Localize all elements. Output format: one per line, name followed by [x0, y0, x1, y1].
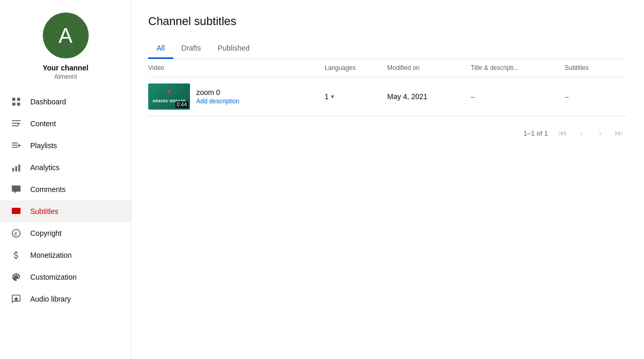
languages-dropdown-icon[interactable]: ▾ [331, 93, 334, 100]
pagination-first-button[interactable]: ⏮ [554, 125, 571, 141]
sidebar-item-label-analytics: Analytics [30, 163, 59, 172]
sidebar-item-label-playlists: Playlists [30, 141, 57, 150]
main-content: Channel subtitles All Drafts Published V… [132, 0, 644, 359]
svg-rect-9 [12, 145, 18, 146]
svg-rect-8 [12, 142, 18, 143]
sidebar-item-label-copyright: Copyright [30, 229, 62, 237]
channel-handle: Almenni [54, 73, 77, 80]
duration-badge: 0:44 [175, 101, 188, 108]
sidebar-item-customization[interactable]: Customization [0, 266, 131, 288]
svg-rect-1 [17, 98, 20, 101]
languages-cell: 1 ▾ [325, 92, 387, 101]
playlists-icon [10, 140, 22, 151]
svg-rect-5 [12, 123, 18, 124]
title-desc-cell: – [471, 92, 565, 101]
col-header-modified: Modified on [387, 64, 471, 71]
svg-rect-2 [13, 103, 16, 106]
pagination-count: 1–1 of 1 [523, 129, 548, 137]
sidebar-item-analytics[interactable]: Analytics [0, 157, 131, 178]
table-container: Video Languages Modified on Title & desc… [148, 59, 627, 116]
sidebar-item-subtitles[interactable]: Subtitles [0, 200, 131, 222]
pagination-last-button[interactable]: ⏭ [611, 125, 627, 141]
pagination-prev-button[interactable]: ‹ [573, 125, 590, 141]
svg-rect-12 [13, 168, 14, 172]
col-header-video: Video [148, 64, 325, 71]
tab-drafts[interactable]: Drafts [173, 39, 209, 59]
sidebar-item-label-comments: Comments [30, 185, 66, 194]
sidebar: A Your channel Almenni Dashboard Content… [0, 0, 132, 359]
analytics-icon [10, 162, 22, 173]
sidebar-item-copyright[interactable]: Copyright [0, 222, 131, 244]
pagination-next-button[interactable]: › [592, 125, 609, 141]
svg-rect-4 [12, 120, 21, 121]
video-title: zoom 0 [196, 88, 240, 97]
pagination: 1–1 of 1 ⏮ ‹ › ⏭ [148, 116, 627, 150]
table-header: Video Languages Modified on Title & desc… [148, 59, 627, 77]
svg-rect-14 [18, 164, 20, 171]
col-header-languages: Languages [325, 64, 387, 71]
add-description-link[interactable]: Add description [196, 98, 240, 105]
sidebar-item-playlists[interactable]: Playlists [0, 135, 131, 157]
sidebar-item-dashboard[interactable]: Dashboard [0, 91, 131, 113]
sidebar-item-label-dashboard: Dashboard [30, 98, 66, 106]
audio-library-icon [10, 293, 22, 305]
svg-marker-11 [18, 144, 21, 148]
sidebar-item-label-audio-library: Audio library [30, 295, 71, 303]
channel-name: Your channel [43, 64, 89, 72]
sidebar-item-label-subtitles: Subtitles [30, 207, 58, 216]
col-header-title-desc: Title & descripti... [471, 64, 565, 71]
tabs: All Drafts Published [148, 39, 627, 59]
svg-rect-3 [17, 103, 20, 106]
page-title: Channel subtitles [148, 15, 627, 28]
video-info: zoom 0 Add description [196, 88, 240, 105]
avatar: A [43, 13, 89, 58]
subtitles-cell: – [565, 92, 627, 101]
tab-all[interactable]: All [148, 39, 173, 59]
languages-count: 1 [325, 92, 329, 101]
sidebar-item-comments[interactable]: Comments [0, 178, 131, 200]
sidebar-item-content[interactable]: Content [0, 113, 131, 135]
video-thumbnail[interactable]: ♥ GRAVES' DISEASE 0:44 [148, 83, 190, 110]
customization-icon [10, 271, 22, 283]
monetization-icon [10, 249, 22, 261]
comments-icon [10, 184, 22, 195]
nav-list: Dashboard Content Playlists Analytics Co… [0, 91, 131, 310]
video-cell: ♥ GRAVES' DISEASE 0:44 zoom 0 Add descri… [148, 83, 325, 110]
col-header-subtitles: Subtitles [565, 64, 627, 71]
sidebar-item-audio-library[interactable]: Audio library [0, 288, 131, 310]
svg-rect-0 [13, 98, 16, 101]
sidebar-item-monetization[interactable]: Monetization [0, 244, 131, 266]
content-icon [10, 118, 22, 129]
table-row: ♥ GRAVES' DISEASE 0:44 zoom 0 Add descri… [148, 77, 627, 116]
modified-on-cell: May 4, 2021 [387, 92, 471, 101]
sidebar-item-label-content: Content [30, 119, 56, 128]
dashboard-icon [10, 96, 22, 107]
svg-marker-7 [18, 123, 20, 125]
tab-published[interactable]: Published [209, 39, 258, 59]
svg-rect-13 [15, 166, 17, 172]
subtitles-icon [10, 206, 22, 217]
sidebar-item-label-customization: Customization [30, 273, 77, 281]
svg-rect-10 [12, 147, 18, 148]
copyright-icon [10, 228, 22, 239]
svg-rect-6 [12, 125, 19, 126]
sidebar-item-label-monetization: Monetization [30, 251, 71, 259]
